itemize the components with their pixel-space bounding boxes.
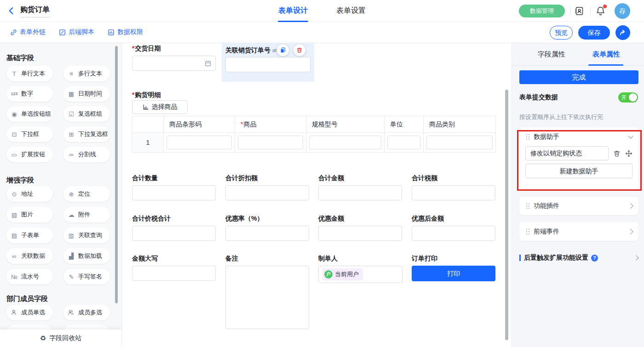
signature-icon: ✎: [68, 274, 75, 280]
single-line-text-icon: T: [11, 71, 18, 77]
data-helper-item[interactable]: 修改以销定购状态: [525, 146, 609, 160]
back-icon[interactable]: [7, 7, 15, 15]
after-discount-field: 优惠后金额: [412, 214, 496, 241]
tab-form-design[interactable]: 表单设计: [278, 6, 308, 16]
location-icon: ⊕: [68, 191, 75, 197]
frontend-event-card[interactable]: 前端事件: [519, 222, 638, 241]
avatar[interactable]: 存: [615, 3, 630, 19]
product-input[interactable]: [238, 136, 303, 149]
link-icon: [10, 29, 17, 36]
trash-icon: [296, 47, 303, 53]
preview-button[interactable]: 预览: [550, 26, 573, 40]
share-button[interactable]: [615, 25, 630, 40]
remark-field: 备注: [225, 254, 310, 329]
submit-data-label: 表单提交数据: [519, 92, 558, 102]
field-pill-signature[interactable]: ✎手写签名: [63, 269, 110, 284]
field-pill-date-time[interactable]: ▦日期时间: [63, 86, 110, 102]
field-pill-extend-button[interactable]: ▭扩展按钮: [6, 147, 53, 162]
panel-tabs: 字段属性 表单属性: [512, 43, 644, 66]
total-amount-field: 合计金额: [318, 173, 402, 200]
bar-chart-icon: [143, 104, 149, 110]
field-pill-radio-group[interactable]: ◉单选按钮组: [6, 106, 53, 122]
delivery-date-field: *交货日期: [132, 44, 216, 71]
move-helper-icon[interactable]: [625, 150, 632, 157]
field-pill-linked-query[interactable]: ▥关联查询: [63, 228, 110, 243]
total-with-tax-input[interactable]: [132, 226, 216, 241]
field-pill-number[interactable]: 123数字: [6, 86, 53, 102]
column-product: *商品: [235, 116, 306, 133]
drag-handle-icon[interactable]: [526, 229, 527, 230]
delete-field-button[interactable]: [293, 44, 305, 56]
spec-input[interactable]: [309, 136, 381, 149]
print-button[interactable]: 打印: [412, 266, 495, 281]
linked-sales-order-field-selected[interactable]: 关联销货订单号: [222, 43, 314, 82]
plugin-title: 功能插件: [534, 202, 559, 210]
field-pill-divider[interactable]: ═分割线: [63, 147, 110, 162]
member-multi-icon: [68, 309, 75, 316]
field-pill-checkbox-group[interactable]: ☑复选框组: [63, 106, 110, 122]
total-discount-input[interactable]: [225, 185, 309, 200]
plugin-card[interactable]: 功能插件: [519, 197, 638, 215]
save-button[interactable]: 保存: [578, 26, 610, 40]
field-recycle-bin[interactable]: ♻ 字段回收站: [0, 330, 121, 347]
drag-handle-icon[interactable]: [526, 203, 527, 204]
field-pill-member-multi[interactable]: 成员多选: [63, 305, 110, 320]
new-data-helper-button[interactable]: 新建数据助手: [525, 164, 632, 178]
tab-form-properties[interactable]: 表单属性: [592, 50, 620, 59]
chevron-right-icon[interactable]: [628, 203, 633, 208]
field-pill-multi-line-text[interactable]: ≡多行文本: [63, 66, 110, 81]
chevron-down-icon[interactable]: [628, 133, 633, 138]
field-pill-member-single[interactable]: 成员单选: [6, 305, 53, 320]
tab-field-properties[interactable]: 字段属性: [538, 50, 565, 59]
field-pill-address[interactable]: ⊙地址: [6, 186, 53, 202]
barcode-input[interactable]: [167, 136, 232, 149]
canvas-scrollbar[interactable]: [505, 90, 508, 340]
field-pill-select[interactable]: ⊡下拉框: [6, 126, 53, 142]
total-amount-input[interactable]: [318, 185, 402, 200]
delete-helper-icon[interactable]: [613, 150, 621, 157]
select-product-button[interactable]: 选择商品: [132, 100, 188, 114]
delivery-date-input[interactable]: [132, 56, 216, 71]
field-pill-image[interactable]: ▧图片: [6, 207, 53, 222]
data-load-icon: ▟: [68, 253, 75, 259]
after-discount-input[interactable]: [412, 226, 495, 241]
copy-field-button[interactable]: [277, 44, 289, 56]
amount-in-words-input[interactable]: [132, 266, 216, 281]
backend-script-entry[interactable]: 后端脚本: [59, 28, 94, 36]
total-quantity-input[interactable]: [132, 185, 216, 200]
field-pill-serial-number[interactable]: №流水号: [6, 269, 53, 284]
field-pill-multi-select[interactable]: ⊞下拉复选框: [63, 126, 110, 142]
help-icon[interactable]: ?: [591, 255, 598, 262]
external-link-entry[interactable]: 表单外链: [10, 28, 46, 36]
post-trigger-section[interactable]: 后置触发扩展功能设置 ?: [519, 254, 638, 262]
total-tax-input[interactable]: [412, 185, 495, 200]
discount-rate-input[interactable]: [225, 226, 309, 241]
data-manage-button[interactable]: 数据管理: [519, 5, 565, 17]
drag-handle-icon[interactable]: [526, 134, 527, 135]
contacts-book-icon[interactable]: [574, 6, 584, 16]
tab-form-settings[interactable]: 表单设置: [336, 6, 366, 16]
category-input[interactable]: [426, 136, 493, 149]
divider: [590, 7, 591, 15]
field-pill-location[interactable]: ⊕定位: [63, 186, 110, 202]
done-button[interactable]: 完成: [519, 70, 638, 84]
chevron-right-icon[interactable]: [628, 229, 633, 234]
unit-input[interactable]: [387, 136, 420, 149]
sidebar-scrollbar[interactable]: [115, 46, 118, 303]
current-user-tag[interactable]: 户 当前用户: [322, 268, 363, 280]
data-permission-entry[interactable]: 数据权限: [108, 28, 143, 36]
form-title[interactable]: 购货订单: [20, 5, 50, 17]
discount-amount-input[interactable]: [318, 226, 402, 241]
field-pill-data-load[interactable]: ▟数据加载: [63, 248, 110, 264]
field-pill-linked-data[interactable]: ∞关联数据: [6, 248, 53, 264]
submit-data-toggle[interactable]: 开: [618, 92, 638, 102]
field-pill-subform[interactable]: ▤子表单: [6, 228, 53, 243]
creator-default-box[interactable]: 户 当前用户: [318, 266, 402, 283]
field-pill-single-line-text[interactable]: T单行文本: [6, 66, 53, 81]
linked-sales-order-input[interactable]: [225, 57, 310, 72]
field-pill-attachment[interactable]: ☁附件: [63, 207, 110, 222]
chevron-right-icon[interactable]: [633, 255, 638, 260]
delivery-date-label: *交货日期: [132, 44, 216, 53]
calendar-icon[interactable]: [205, 60, 211, 67]
remark-textarea[interactable]: [225, 266, 309, 329]
